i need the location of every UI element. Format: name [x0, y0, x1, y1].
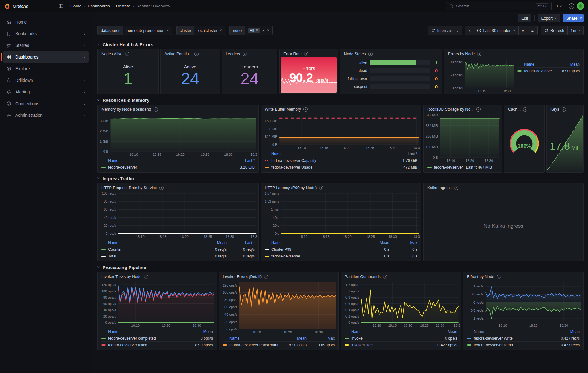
sidebar-item-starred[interactable]: Starred ˅ [3, 40, 89, 51]
node-select[interactable]: All× ×˅ [245, 26, 272, 35]
user-avatar[interactable] [577, 2, 584, 10]
info-icon[interactable]: i [264, 275, 268, 279]
invoker-errors-chart[interactable]: 0 ops/s20 ops/s40 ops/s60 ops/s80 ops/s1… [219, 280, 338, 335]
panel-title[interactable]: Active Partitio... [164, 51, 192, 56]
legend-series-label[interactable]: fedora-devserver Capacity [265, 158, 389, 163]
breadcrumb-dashboards[interactable]: Dashboards [88, 4, 110, 8]
legend-series-label[interactable]: Cluster P99 [265, 247, 361, 252]
rocksdb-chart[interactable]: 0 B128 MiB256 MiB384 MiB512 MiB18:1018:2… [424, 113, 502, 163]
panel-title[interactable]: Bifrost by Node [467, 274, 494, 279]
http-latency-chart[interactable]: 0 s20 s40 s1 min1.33 mins1.67 mins18:101… [261, 191, 421, 239]
info-icon[interactable]: i [383, 275, 387, 279]
remove-tag-icon[interactable]: × [256, 28, 258, 32]
panel-title[interactable]: Invoker Errors (Detail) [223, 274, 262, 279]
chevron-down-icon[interactable]: ˅ [84, 32, 85, 36]
chevron-down-icon[interactable]: ˅ [84, 113, 85, 117]
legend-series-label[interactable]: Total [101, 254, 198, 258]
refresh-interval-select[interactable]: 1m˅ [567, 26, 584, 35]
panel-title[interactable]: Nodes Alive [101, 51, 123, 56]
sidebar-toggle-icon[interactable] [57, 2, 65, 10]
panel-title[interactable]: Errors by Node [448, 51, 475, 56]
zoom-out-button[interactable] [527, 26, 538, 35]
chevron-down-icon[interactable]: ˅ [84, 44, 85, 47]
chevron-down-icon[interactable]: ˅ [84, 90, 85, 94]
panel-title[interactable]: HTTP Request Rate by Service [101, 185, 157, 190]
info-icon[interactable]: i [477, 52, 481, 56]
section-ingress-traffic[interactable]: ˅ Ingress Traffic [97, 174, 584, 183]
legend-series-label[interactable]: fedora-devserver Read [467, 343, 552, 347]
legend-series-label[interactable]: Invoke [345, 336, 429, 341]
datasource-select[interactable]: homelab-prometheus˅ [123, 26, 172, 35]
panel-title[interactable]: Kafka Ingress [427, 185, 452, 190]
sidebar-item-home[interactable]: Home [3, 17, 89, 28]
panel-title[interactable]: Memory by Node (Resident) [101, 107, 151, 112]
internals-link-button[interactable]: Internals → [428, 26, 462, 35]
info-icon[interactable]: i [497, 275, 501, 279]
legend-series-label[interactable]: fedora-devserver completed [101, 336, 185, 341]
panel-title[interactable]: Node States [344, 51, 366, 56]
partition-commands-chart[interactable]: 0 ops/s0.2 ops/s0.4 ops/s0.6 ops/s0.8 op… [341, 280, 461, 328]
sidebar-item-dashboards[interactable]: Dashboards ˅ [3, 51, 89, 63]
chevron-down-icon[interactable]: ˅ [84, 78, 85, 82]
write-buffer-chart[interactable]: 0 B512 MiB1 GiB1.50 GiB18:1018:1518:2018… [261, 113, 421, 150]
breadcrumb-restate[interactable]: Restate [116, 4, 130, 8]
chevron-down-icon[interactable]: ˅ [84, 55, 85, 59]
sidebar-item-administration[interactable]: Administration ˅ [3, 110, 89, 121]
panel-title[interactable]: Write Buffer Memory [265, 107, 301, 112]
info-icon[interactable]: i [476, 107, 481, 112]
info-icon[interactable]: i [319, 186, 323, 190]
help-icon[interactable]: ? [569, 3, 574, 9]
legend-series-label[interactable]: Counter [101, 247, 198, 252]
panel-title[interactable]: RocksDB Storage by No... [427, 107, 474, 112]
sidebar-item-bookmarks[interactable]: Bookmarks ˅ [3, 28, 89, 39]
section-cluster-health[interactable]: ˅ Cluster Health & Errors [97, 40, 584, 49]
chevron-down-icon[interactable]: ˅ [84, 102, 85, 105]
info-icon[interactable]: i [304, 52, 308, 56]
add-new-button[interactable]: + ˅ [554, 2, 564, 10]
errors-by-node-chart[interactable]: 0 ops/s50 ops/s100 ops/s18:1518:30 [444, 57, 516, 94]
time-shift-forward-button[interactable]: » [518, 26, 527, 35]
panel-title[interactable]: Invoker Tasks by Node [101, 274, 141, 279]
info-icon[interactable]: i [144, 275, 148, 279]
panel-title[interactable]: Leaders [226, 51, 240, 56]
sidebar-item-connections[interactable]: Connections ˅ [3, 98, 89, 109]
panel-title[interactable]: Cach... [508, 107, 521, 112]
time-range-picker[interactable]: Last 30 minutes˅ [474, 26, 518, 35]
info-icon[interactable]: i [368, 52, 373, 56]
info-icon[interactable]: i [159, 186, 164, 190]
info-icon[interactable]: i [154, 107, 158, 112]
http-request-rate-chart[interactable]: 0 req/s20 req/s40 req/s60 req/s80 req/s1… [98, 191, 258, 239]
export-button[interactable]: Export ˅ [538, 14, 560, 22]
sidebar-item-drilldown[interactable]: Drilldown ˅ [3, 75, 89, 86]
legend-series-label[interactable]: fedora-devserver [517, 69, 552, 73]
legend-series-label[interactable]: fedora-devserver Write [467, 336, 552, 341]
legend-series-label[interactable]: fedora-devserver failed [101, 343, 185, 347]
legend-series-label[interactable]: InvokerEffect [345, 343, 429, 347]
panel-title[interactable]: HTTP Latency (P99 by Node) [265, 185, 317, 190]
panel-title[interactable]: Partition Commands [345, 274, 381, 279]
cluster-select[interactable]: localcluster˅ [194, 26, 225, 35]
bifrost-chart[interactable]: -1 rec/s-0.5 rec/s0 rec/s0.5 rec/s1 rec/… [463, 280, 583, 328]
memory-chart[interactable]: 0 B1 GiB2 GiB3 GiB18:1018:1518:2018:2518… [98, 113, 258, 157]
legend-series-label[interactable]: fedora-devserver [101, 165, 227, 169]
panel-title[interactable]: Keys [550, 107, 559, 112]
info-icon[interactable]: i [454, 186, 458, 190]
section-processing-pipeline[interactable]: ˅ Processing Pipeline [97, 263, 584, 272]
clear-icon[interactable]: × [262, 28, 265, 33]
node-all-tag[interactable]: All× [248, 28, 260, 33]
info-icon[interactable]: i [303, 107, 308, 112]
legend-series-label[interactable]: fedora-devserver transient=true [223, 343, 278, 347]
info-icon[interactable]: i [125, 52, 129, 56]
info-icon[interactable]: i [523, 107, 527, 112]
panel-title[interactable]: Error Rate [283, 51, 302, 56]
info-icon[interactable]: i [562, 107, 566, 112]
search-input[interactable] [456, 4, 533, 8]
sidebar-item-explore[interactable]: Explore [3, 63, 89, 74]
legend-series-label[interactable]: fedora-devserver [265, 254, 361, 258]
time-shift-back-button[interactable]: « [465, 26, 473, 35]
legend-series-label[interactable]: fedora-devserver [427, 165, 463, 169]
invoker-tasks-chart[interactable]: 0 ops/s20 ops/s40 ops/s60 ops/s80 ops/s1… [98, 280, 217, 328]
refresh-button[interactable]: Refresh [541, 26, 567, 35]
section-resources-memory[interactable]: ˅ Resources & Memory [97, 95, 584, 105]
info-icon[interactable]: i [243, 52, 247, 56]
